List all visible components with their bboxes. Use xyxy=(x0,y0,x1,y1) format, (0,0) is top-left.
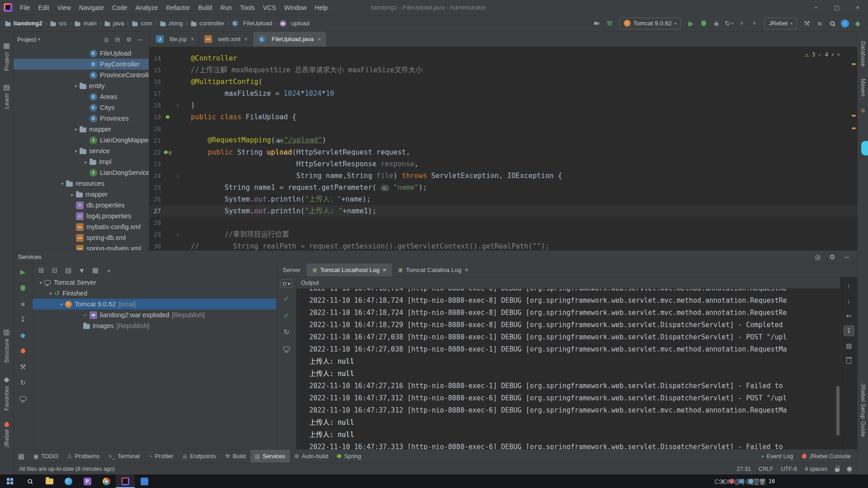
stripe-button-jrebel-setup-guide[interactable]: JRebel Setup Guide xyxy=(860,383,866,437)
settings-wrench-icon[interactable]: ⚒ xyxy=(17,361,29,373)
scroll-to-top-icon[interactable]: ↑ xyxy=(844,281,854,291)
tool-window-switcher-icon[interactable]: ▦ xyxy=(15,450,27,462)
scroll-to-end-icon[interactable]: ↧ xyxy=(844,325,854,336)
menu-file[interactable]: File xyxy=(16,0,34,15)
collapse-all-icon[interactable]: ⊟ xyxy=(113,34,123,44)
refresh-icon[interactable]: ↻ xyxy=(281,326,292,338)
spring-bean-icon[interactable] xyxy=(165,114,170,119)
settings-icon[interactable]: ⚙ xyxy=(826,251,838,263)
line-separator[interactable]: CRLF xyxy=(759,466,774,472)
stop-service-button[interactable]: ■ xyxy=(17,298,29,310)
indent-setting[interactable]: 4 spaces xyxy=(805,466,827,472)
breadcrumb-java[interactable]: java xyxy=(104,20,124,27)
menu-build[interactable]: Build xyxy=(194,0,216,15)
settings-icon[interactable]: ⚙ xyxy=(124,34,134,44)
gutter[interactable]: 14 xyxy=(149,52,181,64)
gutter[interactable]: 25 xyxy=(149,182,181,193)
project-item-spring-mybatis-xml[interactable]: <>spring-mybatis.xml xyxy=(14,243,149,250)
view-options-icon[interactable]: ▦ xyxy=(90,264,101,276)
close-icon[interactable]: × xyxy=(465,267,468,273)
maven-lines-icon[interactable]: ≡ xyxy=(861,107,865,115)
toolwindow-button-todo[interactable]: ▣TODO xyxy=(29,450,63,463)
expand-all-icon[interactable]: ⊞ xyxy=(35,264,47,276)
tab-server[interactable]: Server xyxy=(277,263,307,277)
project-item-paycontroller[interactable]: CPayController xyxy=(14,59,149,70)
tab-file-jsp[interactable]: Jfile.jsp× xyxy=(151,32,199,47)
service-item-finished[interactable]: ▾↺Finished xyxy=(33,288,276,299)
run-service-button[interactable]: ▶ xyxy=(17,266,29,278)
caret-position[interactable]: 27:31 xyxy=(737,466,751,472)
gutter[interactable]: 20 xyxy=(149,123,181,135)
stripe-button-learn[interactable]: ▤Learn xyxy=(3,83,10,109)
close-icon[interactable]: × xyxy=(245,36,248,42)
stripe-button-jrebel[interactable]: JRebel xyxy=(4,422,10,448)
chevron-down-icon[interactable]: ▾ xyxy=(59,181,66,186)
fold-marker[interactable]: ∨ xyxy=(175,103,181,108)
menu-view[interactable]: View xyxy=(53,0,75,15)
update-application-icon[interactable]: ⚒ xyxy=(801,18,813,29)
taskbar-clock[interactable]: 16 xyxy=(769,478,775,484)
scrollbar-warning-mark[interactable] xyxy=(852,115,856,117)
close-icon[interactable]: × xyxy=(191,36,194,42)
stripe-button-favorites[interactable]: ◆Favorites xyxy=(4,375,10,411)
menu-vcs[interactable]: VCS xyxy=(259,0,280,15)
print-icon[interactable]: ▤ xyxy=(844,340,854,351)
breadcrumb-liandong2[interactable]: liandong2 xyxy=(5,20,42,27)
project-item-areas[interactable]: CAreas xyxy=(14,91,149,102)
gutter[interactable]: 16 xyxy=(149,76,181,88)
spring-bean-icon[interactable] xyxy=(163,150,168,155)
project-panel-title[interactable]: Project xyxy=(17,36,36,43)
taskbar-search-button[interactable] xyxy=(20,474,40,488)
project-item-mybatis-config-xml[interactable]: <>mybatis-config.xml xyxy=(14,221,149,232)
clear-console-icon[interactable] xyxy=(844,355,854,366)
tab-tomcat-localhost-log[interactable]: ▣Tomcat Localhost Log× xyxy=(307,263,392,277)
window-maximize-button[interactable]: ▢ xyxy=(826,0,847,15)
jrebel-run-button[interactable]: ⚡ xyxy=(736,18,747,29)
file-explorer-icon[interactable] xyxy=(40,474,59,488)
hide-panel-icon[interactable]: ─ xyxy=(841,251,853,263)
gutter[interactable]: 22@ xyxy=(149,146,181,158)
notifications-bell-icon[interactable] xyxy=(847,467,852,471)
project-item-impl[interactable]: ▸Impl xyxy=(14,156,149,167)
editor[interactable]: 14@Controller15//上传注解 maxRequestSize 总表单… xyxy=(149,47,857,250)
stripe-button-maven[interactable]: Maven xyxy=(860,79,866,97)
gutter[interactable]: 19 xyxy=(149,111,181,123)
project-item-provinces[interactable]: CProvinces xyxy=(14,113,149,124)
debug-service-button[interactable] xyxy=(17,282,29,294)
file-encoding[interactable]: UTF-8 xyxy=(781,466,797,472)
project-item-log4j-properties[interactable]: ≡log4j.properties xyxy=(14,211,149,221)
menu-help[interactable]: Help xyxy=(311,0,332,15)
menu-analyze[interactable]: Analyze xyxy=(132,0,162,15)
chevron-right-icon[interactable]: ▸ xyxy=(69,192,76,197)
project-item-provincecontroller[interactable]: CProvinceController xyxy=(14,70,149,80)
service-item-tomcat-server[interactable]: ▾Tomcat Server xyxy=(33,277,276,288)
gutter[interactable]: 24∨ xyxy=(149,170,181,182)
console-scrollbar[interactable] xyxy=(836,386,840,436)
close-icon[interactable]: × xyxy=(318,36,321,42)
project-item-service[interactable]: ▾service xyxy=(14,145,149,156)
run-configuration-select[interactable]: Tomcat 9.0.62▾ xyxy=(619,18,681,29)
toolwindow-button-endpoints[interactable]: ◎Endpoints xyxy=(178,450,221,463)
breadcrumb-main[interactable]: main xyxy=(74,20,96,27)
locate-file-icon[interactable]: ◎ xyxy=(101,34,111,44)
gutter[interactable]: 26 xyxy=(149,193,181,205)
project-item-entity[interactable]: ▾entity xyxy=(14,80,149,91)
fold-marker[interactable]: ∨ xyxy=(175,232,181,237)
next-problem-icon[interactable]: ∨ xyxy=(837,52,840,57)
menu-run[interactable]: Run xyxy=(216,0,236,15)
run-button[interactable]: ▶ xyxy=(685,18,697,29)
project-item-mapper[interactable]: ▾mapper xyxy=(14,124,149,135)
hide-panel-icon[interactable]: ─ xyxy=(135,34,145,44)
search-everywhere-icon[interactable] xyxy=(826,18,838,29)
toolwindow-button-terminal[interactable]: >_Terminal xyxy=(104,450,144,463)
chevron-down-icon[interactable]: ▾ xyxy=(72,84,80,89)
toolwindow-button-profiler[interactable]: ◔Profiler xyxy=(144,450,178,463)
chevron-right-icon[interactable]: ▸ xyxy=(82,160,90,164)
toolwindow-button-event-log[interactable]: ●Event Log xyxy=(757,450,798,463)
notification-pill[interactable] xyxy=(861,141,868,155)
scroll-to-bottom-icon[interactable]: ↓ xyxy=(844,296,854,306)
menu-refactor[interactable]: Refactor xyxy=(162,0,194,15)
chevron-down-icon[interactable]: ▾ xyxy=(72,127,80,132)
gutter[interactable]: 27 xyxy=(149,205,181,217)
fold-marker[interactable]: ∨ xyxy=(175,174,181,178)
